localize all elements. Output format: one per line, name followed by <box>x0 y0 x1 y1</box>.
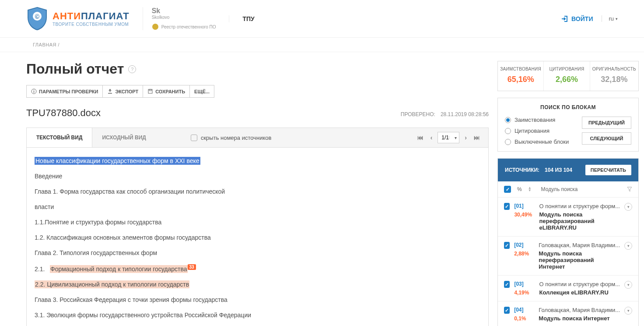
sources-panel: ИСТОЧНИКИ: 104 ИЗ 104 ПЕРЕСЧИТАТЬ % ▲▼ М… <box>497 158 639 326</box>
text-line: 2.1. Формационный подход к типологии гос… <box>35 264 482 274</box>
help-icon[interactable]: ? <box>128 65 136 73</box>
last-page-button[interactable]: ⏭ <box>472 132 482 143</box>
svg-rect-5 <box>148 89 152 93</box>
radio-borrowings[interactable]: Заимствования <box>505 117 569 123</box>
source-number: [04] <box>514 307 523 313</box>
source-item[interactable]: [02] 2,88% Головацкая, Мария Владими... … <box>498 237 638 276</box>
pagination: ⏮ ‹ ▾ › ⏭ <box>416 132 482 143</box>
export-button[interactable]: ЭКСПОРТ <box>103 85 143 97</box>
source-badge[interactable]: 33 <box>188 264 196 270</box>
logo-tagline: ТВОРИТЕ СОБСТВЕННЫМ УМОМ <box>52 22 130 27</box>
svg-point-2 <box>152 24 158 30</box>
save-button[interactable]: СОХРАНИТЬ <box>143 85 190 97</box>
expand-icon[interactable]: ▾ <box>624 203 632 211</box>
text-line: власти <box>35 202 482 212</box>
block-search-title: ПОИСК ПО БЛОКАМ <box>505 104 631 110</box>
next-page-button[interactable]: › <box>463 132 469 143</box>
tab-text-view[interactable]: ТЕКСТОВЫЙ ВИД <box>27 128 92 147</box>
stat-citations-label: ЦИТИРОВАНИЯ <box>546 67 587 71</box>
tab-source-view[interactable]: ИСХОДНЫЙ ВИД <box>92 128 155 147</box>
params-button[interactable]: iПАРАМЕТРЫ ПРОВЕРКИ <box>27 85 103 97</box>
text-line: Глава 2. Типология государственных форм <box>35 248 482 258</box>
source-percent: 2,88% <box>514 251 529 257</box>
source-item[interactable]: [01] 30,49% О понятии и структуре форм..… <box>498 198 638 237</box>
first-page-button[interactable]: ⏮ <box>416 132 425 143</box>
text-line: Введение <box>35 172 482 181</box>
select-all-checkbox[interactable] <box>504 186 511 193</box>
export-icon <box>107 89 113 94</box>
block-search-box: ПОИСК ПО БЛОКАМ Заимствования Цитировани… <box>497 98 639 152</box>
source-checkbox[interactable] <box>504 242 510 249</box>
source-checkbox[interactable] <box>504 203 510 210</box>
info-icon: i <box>31 89 37 94</box>
radio-icon <box>505 128 511 134</box>
login-button[interactable]: ВОЙТИ <box>561 15 593 22</box>
expand-icon[interactable]: ▾ <box>624 281 632 289</box>
page-title: Полный отчет <box>26 61 124 77</box>
checked-date: 28.11.2019 08:28:56 <box>441 111 489 117</box>
checked-label: ПРОВЕРЕНО: <box>401 111 435 117</box>
stat-originality-value: 32,18% <box>592 75 636 84</box>
stat-borrowings-value: 65,16% <box>500 75 541 84</box>
stats-box: ЗАИМСТВОВАНИЯ 65,16% ЦИТИРОВАНИЯ 2,66% О… <box>497 61 639 91</box>
svg-text:©: © <box>35 13 40 20</box>
radio-excluded[interactable]: Выключенные блоки <box>505 138 569 145</box>
save-icon <box>147 89 153 94</box>
text-line: Глава 3. Российская Федерация с точки зр… <box>35 295 482 305</box>
source-checkbox[interactable] <box>504 307 510 314</box>
source-item[interactable]: [03] 4,19% О понятии и структуре форм...… <box>498 276 638 301</box>
source-title: Головацкая, Мария Владими... <box>539 307 620 313</box>
stat-citations-value: 2,66% <box>546 75 587 84</box>
radio-icon <box>505 117 511 123</box>
stat-borrowings-label: ЗАИМСТВОВАНИЯ <box>500 67 541 71</box>
next-block-button[interactable]: СЛЕДУЮЩИЙ <box>582 132 631 145</box>
expand-icon[interactable]: ▾ <box>624 307 632 315</box>
org-name: ТПУ <box>229 15 254 22</box>
partner-logos: SkSkolkovo Реестр отечественного ПО <box>143 7 229 30</box>
sources-count: 104 ИЗ 104 <box>545 167 572 173</box>
breadcrumb[interactable]: ГЛАВНАЯ / <box>0 38 644 52</box>
text-line: 1.1.Понятие и структура формы государств… <box>35 218 482 227</box>
text-line: Новые классификации государственных форм… <box>35 157 200 165</box>
checkbox-icon[interactable] <box>191 135 197 141</box>
recalculate-button[interactable]: ПЕРЕСЧИТАТЬ <box>585 165 631 175</box>
filter-icon[interactable] <box>627 187 632 192</box>
source-item[interactable]: [04] 0,1% Головацкая, Мария Владими... М… <box>498 301 638 326</box>
text-line: 2.2. Цивилизационный подход к типологии … <box>35 280 482 289</box>
prev-block-button[interactable]: ПРЕДЫДУЩИЙ <box>582 117 631 129</box>
source-module: Коллекция eLIBRARY.RU <box>539 289 620 296</box>
svg-rect-6 <box>149 89 151 91</box>
source-checkbox[interactable] <box>504 281 510 288</box>
source-number: [01] <box>514 203 523 209</box>
source-percent: 30,49% <box>514 212 532 218</box>
filename: TPU787880.docx <box>26 107 101 119</box>
col-percent[interactable]: % <box>517 186 522 192</box>
chevron-down-icon[interactable]: ▾ <box>455 135 457 140</box>
source-number: [03] <box>514 281 523 287</box>
more-button[interactable]: ЕЩЁ... <box>190 85 214 97</box>
text-line: 1.2. Классификация основных элементов фо… <box>35 233 482 242</box>
site-header: © АНТИПЛАГИАТ ТВОРИТЕ СОБСТВЕННЫМ УМОМ S… <box>0 0 644 38</box>
hide-sources-toggle[interactable]: скрыть номера источников <box>191 135 271 141</box>
expand-icon[interactable]: ▾ <box>624 242 632 250</box>
source-percent: 0,1% <box>514 315 526 322</box>
logo[interactable]: © АНТИПЛАГИАТ ТВОРИТЕ СОБСТВЕННЫМ УМОМ <box>26 7 130 31</box>
report-content: Новые классификации государственных форм… <box>27 148 488 326</box>
text-line: Глава 1. Форма государства как способ ор… <box>35 187 482 196</box>
sort-icon[interactable]: ▲▼ <box>528 187 532 192</box>
login-icon <box>561 15 568 22</box>
shield-icon: © <box>26 7 48 31</box>
source-module: Модуль поиска перефразирований eLIBRARY.… <box>539 211 620 231</box>
source-title: О понятии и структуре форм... <box>539 203 620 209</box>
stat-originality-label: ОРИГИНАЛЬНОСТЬ <box>592 67 636 71</box>
sources-header-label: ИСТОЧНИКИ: <box>505 167 539 173</box>
radio-citations[interactable]: Цитирования <box>505 128 569 134</box>
col-module[interactable]: Модуль поиска <box>541 186 578 192</box>
prev-page-button[interactable]: ‹ <box>429 132 434 143</box>
source-percent: 4,19% <box>514 290 529 296</box>
report-box: ТЕКСТОВЫЙ ВИД ИСХОДНЫЙ ВИД скрыть номера… <box>26 128 489 326</box>
source-module: Модуль поиска Интернет <box>539 315 620 322</box>
source-title: Головацкая, Мария Владими... <box>539 242 620 248</box>
language-selector[interactable]: ru▾ <box>602 15 618 22</box>
logo-text: АНТИПЛАГИАТ <box>52 11 130 22</box>
